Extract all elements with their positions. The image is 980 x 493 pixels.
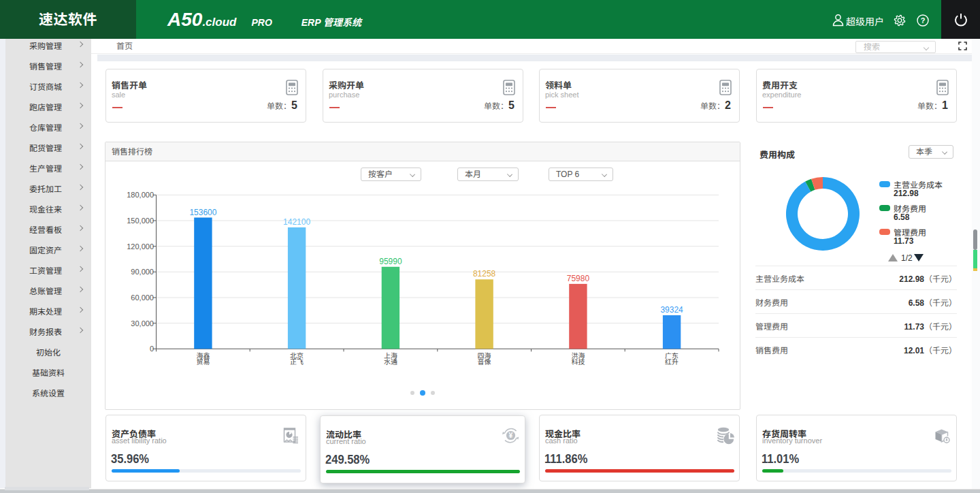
svg-text:30,000: 30,000 — [131, 319, 154, 328]
svg-text:水通: 水通 — [384, 358, 397, 366]
svg-text:75980: 75980 — [567, 274, 590, 283]
svg-text:红升: 红升 — [665, 358, 679, 366]
svg-text:科技: 科技 — [571, 358, 585, 366]
svg-text:120,000: 120,000 — [127, 242, 154, 251]
svg-text:150,000: 150,000 — [127, 217, 154, 225]
svg-text:153600: 153600 — [189, 208, 216, 217]
svg-text:39324: 39324 — [660, 305, 683, 315]
svg-text:95990: 95990 — [379, 257, 402, 266]
svg-text:142100: 142100 — [283, 217, 310, 227]
svg-text:60,000: 60,000 — [131, 293, 154, 302]
svg-text:贸易: 贸易 — [196, 358, 210, 366]
svg-text:正飞: 正飞 — [290, 358, 304, 366]
svg-text:180,000: 180,000 — [127, 191, 154, 199]
svg-text:音像: 音像 — [478, 358, 491, 366]
svg-text:81258: 81258 — [473, 269, 496, 279]
svg-text:90,000: 90,000 — [131, 268, 154, 276]
svg-text:?: ? — [921, 16, 926, 25]
svg-text:¥: ¥ — [509, 431, 513, 439]
